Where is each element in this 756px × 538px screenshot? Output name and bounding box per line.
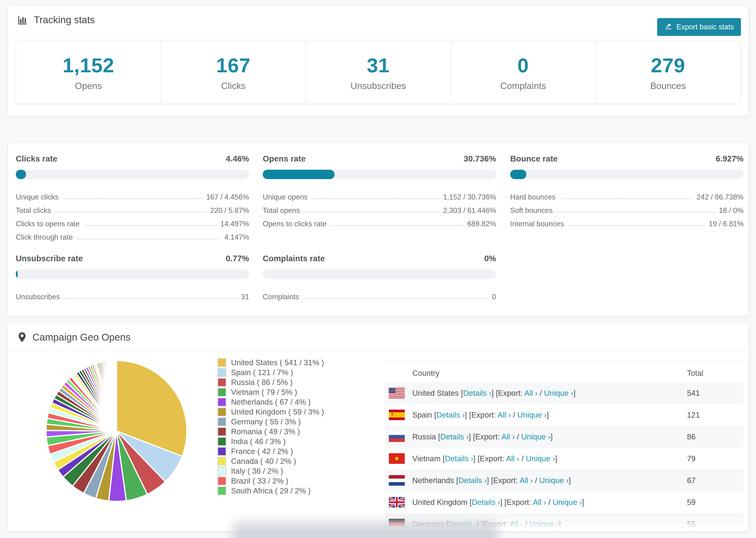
stat-box-complaints: 0Complaints [451, 41, 595, 103]
legend-label: Italy ( 36 / 2% ) [231, 467, 283, 476]
rate-detail-value: 31 [241, 293, 249, 301]
rate-detail-row: Total opens2,303 / 61.446% [263, 201, 496, 215]
legend-item-romania[interactable]: Romania ( 49 / 3% ) [217, 427, 324, 437]
dotted-leader [63, 198, 203, 199]
rate-detail-label: Total opens [263, 206, 300, 215]
legend-item-united-states[interactable]: United States ( 541 / 31% ) [217, 358, 324, 368]
legend-item-united-kingdom[interactable]: United Kingdom ( 59 / 3% ) [217, 407, 324, 417]
slash-separator: / [538, 389, 544, 398]
export-all-link[interactable]: All › [498, 410, 511, 419]
export-all-link[interactable]: All › [519, 476, 533, 485]
stat-box-unsubscribes: 31Unsubscribes [305, 41, 450, 103]
legend-item-russia[interactable]: Russia ( 86 / 5% ) [217, 377, 324, 387]
rate-detail-label: Click through rate [16, 233, 73, 242]
geo-pie-chart[interactable] [34, 349, 199, 513]
legend-swatch [217, 467, 226, 476]
pie-slice-other[interactable] [116, 360, 117, 431]
rate-detail-value: 4.147% [225, 233, 249, 242]
rate-detail-value: 0 [492, 293, 496, 301]
rate-detail-value: 1,152 / 30.736% [443, 193, 496, 201]
stat-box-clicks: 167Clicks [161, 41, 305, 103]
us-flag-icon [389, 388, 405, 398]
legend-item-france[interactable]: France ( 42 / 2% ) [217, 447, 324, 456]
tracking-stats-title: Tracking stats [34, 14, 95, 26]
geo-opens-card: Campaign Geo Opens United States ( 541 /… [8, 323, 749, 531]
rate-value: 0.77% [226, 254, 249, 263]
rate-detail-value: 19 / 6.81% [709, 220, 743, 228]
legend-swatch [217, 427, 226, 436]
stat-label: Complaints [500, 81, 546, 91]
legend-label: United Kingdom ( 59 / 3% ) [231, 407, 324, 416]
es-flag-icon [389, 409, 405, 420]
geo-opens-header: Campaign Geo Opens [8, 323, 748, 352]
details-link[interactable]: Details › [458, 476, 487, 485]
geo-table-row-spain: Spain [Details ›] [Export: All › / Uniqu… [385, 404, 743, 426]
rate-detail-value: 689.82% [467, 220, 496, 228]
country-name: Russia [ [412, 432, 440, 441]
rate-detail-row: Hard bounces242 / 86.738% [510, 188, 743, 201]
rate-progress-fill [16, 269, 18, 279]
export-all-link[interactable]: All › [533, 498, 546, 507]
geo-table-header: Country Total [385, 362, 743, 382]
rate-detail-label: Hard bounces [510, 193, 556, 201]
rate-progress-fill [263, 170, 335, 179]
total-cell: 79 [687, 454, 696, 463]
overlay-shadow [233, 521, 498, 538]
rate-detail-row: Unique opens1,152 / 30.736% [263, 188, 496, 201]
export-unique-link[interactable]: Unique › [553, 498, 582, 507]
rate-progress-bar [263, 269, 496, 279]
rate-progress-fill [510, 170, 526, 179]
dotted-leader [83, 225, 216, 226]
details-link[interactable]: Details › [436, 410, 465, 419]
legend-item-canada[interactable]: Canada ( 40 / 2% ) [217, 456, 324, 466]
export-unique-link[interactable]: Unique › [544, 389, 573, 398]
export-unique-link[interactable]: Unique › [526, 454, 555, 463]
legend-item-india[interactable]: India ( 46 / 3% ) [217, 437, 324, 447]
details-link[interactable]: Details › [463, 389, 491, 398]
legend-item-vietnam[interactable]: Vietnam ( 79 / 5% ) [217, 387, 324, 397]
rate-block-bounce-rate: Bounce rate6.927%Hard bounces242 / 86.73… [510, 154, 743, 228]
legend-item-germany[interactable]: Germany ( 55 / 3% ) [217, 417, 324, 427]
rate-detail-row: Unique clicks167 / 4.456% [16, 188, 249, 201]
legend-item-italy[interactable]: Italy ( 36 / 2% ) [217, 466, 324, 476]
legend-label: Canada ( 40 / 2% ) [231, 457, 296, 466]
rate-detail-row: Complaints0 [263, 288, 496, 301]
total-cell: 121 [687, 410, 700, 419]
slash-separator: / [546, 498, 553, 507]
legend-label: France ( 42 / 2% ) [231, 447, 293, 456]
legend-item-south-africa[interactable]: South Africa ( 29 / 2% ) [217, 486, 324, 496]
total-cell: 59 [687, 498, 696, 507]
legend-item-netherlands[interactable]: Netherlands ( 67 / 4% ) [217, 397, 324, 407]
export-unique-link[interactable]: Unique › [539, 476, 568, 485]
details-link[interactable]: Details › [440, 432, 469, 441]
export-all-link[interactable]: All › [502, 432, 515, 441]
rate-block-unsubscribe-rate: Unsubscribe rate0.77%Unsubscribes31 [16, 254, 249, 301]
export-all-link[interactable]: All › [524, 389, 538, 398]
details-link[interactable]: Details › [472, 498, 500, 507]
slash-separator: / [515, 432, 521, 441]
export-all-link[interactable]: All › [506, 454, 519, 463]
export-unique-link[interactable]: Unique › [517, 410, 547, 419]
legend-item-brazil[interactable]: Brazil ( 33 / 2% ) [217, 476, 324, 486]
stat-box-opens: 1,152Opens [16, 41, 161, 103]
rate-detail-label: Unique opens [263, 193, 307, 201]
country-cell: Vietnam [Details ›] [Export: All › / Uni… [412, 454, 557, 463]
export-unique-link[interactable]: Unique › [521, 432, 551, 441]
legend-swatch [217, 368, 226, 377]
country-name: Spain [ [412, 410, 436, 419]
export-basic-stats-button[interactable]: Export basic stats [657, 18, 741, 36]
details-link[interactable]: Details › [445, 454, 473, 463]
export-label: ] [Export: [500, 498, 533, 507]
rate-progress-bar [16, 269, 249, 279]
ru-flag-icon [389, 431, 405, 442]
total-cell: 541 [687, 389, 700, 398]
legend-swatch [217, 447, 226, 456]
stat-value: 1,152 [63, 54, 114, 77]
legend-item-spain[interactable]: Spain ( 121 / 7% ) [217, 368, 324, 377]
legend-swatch [217, 476, 226, 485]
rate-value: 30.736% [464, 154, 496, 163]
dotted-leader [77, 239, 221, 239]
rate-progress-bar [263, 170, 496, 179]
export-label: ] [Export: [491, 389, 524, 398]
rate-detail-label: Complaints [263, 293, 299, 301]
